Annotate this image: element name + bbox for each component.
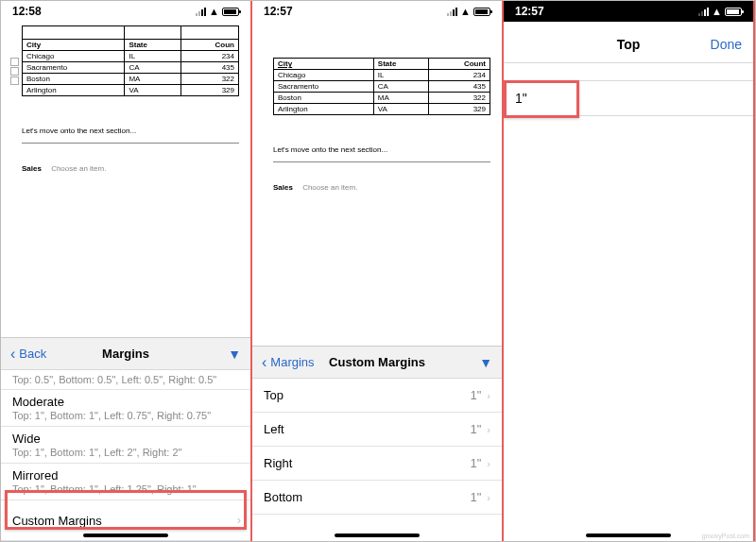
divider [273, 161, 490, 162]
margin-left-row[interactable]: Left 1"› [252, 413, 502, 447]
margin-option-wide[interactable]: Wide Top: 1", Bottom: 1", Left: 2", Righ… [1, 427, 250, 464]
phone-screen-2: 12:57 ▲ City State Count ChicagoIL234 Sa… [252, 1, 504, 541]
home-indicator[interactable] [83, 534, 168, 537]
col-city: City [274, 59, 374, 70]
col-state: State [125, 40, 180, 51]
clock: 12:57 [264, 5, 293, 18]
status-indicators: ▲ [698, 6, 742, 17]
col-count: Count [428, 59, 490, 70]
sales-field[interactable]: Sales Choose an item. [273, 183, 490, 192]
done-button[interactable]: Done [711, 37, 742, 52]
table-row: ChicagoIL234 [274, 70, 490, 81]
chevron-right-icon: › [487, 458, 490, 469]
table-row: SacramentoCA435 [23, 62, 239, 74]
wifi-icon: ▲ [712, 6, 722, 17]
sales-placeholder: Choose an item. [302, 183, 357, 192]
section-text: Let's move onto the next section... [22, 127, 239, 135]
margin-bottom-row[interactable]: Bottom 1"› [252, 481, 502, 515]
custom-margins-sheet: ‹ Margins Custom Margins ▼ Top 1"› Left … [252, 346, 502, 541]
back-label: Margins [270, 355, 314, 369]
table-row: ArlingtonVA329 [23, 85, 239, 96]
sales-label: Sales [273, 183, 293, 192]
table-row: ArlingtonVA329 [274, 104, 490, 115]
city-table: City State Count ChicagoIL234 Sacramento… [273, 58, 490, 115]
margin-value: 1" [515, 91, 527, 106]
status-indicators: ▲ [196, 6, 239, 17]
margin-option-mirrored[interactable]: Mirrored Top: 1", Bottom: 1", Left: 1.25… [1, 464, 250, 500]
home-indicator[interactable] [335, 534, 420, 537]
sales-field[interactable]: Sales Choose an item. [22, 164, 239, 173]
section-text: Let's move onto the next section... [273, 145, 490, 154]
sales-label: Sales [22, 164, 42, 173]
collapse-button[interactable]: ▼ [228, 347, 241, 362]
col-count: Coun [180, 40, 238, 51]
home-indicator[interactable] [586, 534, 671, 537]
document-preview[interactable]: City State Count ChicagoIL234 Sacramento… [252, 22, 502, 199]
city-table: City State Coun ChicagoIL234 SacramentoC… [22, 25, 239, 96]
table-row: BostonMA322 [274, 93, 490, 104]
wifi-icon: ▲ [209, 6, 219, 17]
editor-header: Top Done [504, 25, 753, 63]
chevron-right-icon: › [487, 424, 490, 435]
sheet-header: ‹ Back Margins ▼ [1, 338, 250, 370]
back-label: Back [19, 347, 46, 361]
watermark: groovyPost.com [702, 533, 749, 539]
sheet-header: ‹ Margins Custom Margins ▼ [252, 347, 502, 379]
margin-top-row[interactable]: Top 1"› [252, 379, 502, 413]
chevron-right-icon: › [487, 492, 490, 503]
battery-icon [725, 8, 742, 16]
margin-right-row[interactable]: Right 1"› [252, 447, 502, 481]
cellular-icon [196, 8, 206, 16]
status-indicators: ▲ [447, 6, 490, 17]
table-row: ChicagoIL234 [23, 51, 239, 62]
battery-icon [222, 8, 239, 16]
screenshot-triptych: 12:58 ▲ City State Coun ChicagoIL2 [0, 0, 756, 542]
cellular-icon [447, 8, 457, 16]
col-state: State [373, 59, 428, 70]
collapse-button[interactable]: ▼ [479, 355, 492, 370]
chevron-right-icon: › [487, 390, 490, 401]
battery-icon [473, 8, 490, 16]
chevron-left-icon: ‹ [262, 355, 266, 370]
status-bar: 12:57 ▲ [504, 1, 753, 22]
status-bar: 12:58 ▲ [1, 1, 250, 22]
table-row: BostonMA322 [23, 74, 239, 85]
margin-option-narrow-truncated[interactable]: Top: 0.5", Bottom: 0.5", Left: 0.5", Rig… [1, 370, 250, 390]
clock: 12:57 [515, 5, 544, 18]
status-bar: 12:57 ▲ [252, 1, 502, 22]
back-button[interactable]: ‹ Margins [262, 355, 315, 370]
table-row: SacramentoCA435 [274, 81, 490, 93]
col-city: City [23, 40, 125, 51]
cellular-icon [698, 8, 709, 16]
chevron-left-icon: ‹ [10, 347, 15, 362]
track-changes-markers [10, 58, 19, 85]
phone-screen-1: 12:58 ▲ City State Coun ChicagoIL2 [1, 1, 252, 541]
phone-screen-3: 12:57 ▲ Top Done 1" [504, 1, 755, 541]
back-button[interactable]: ‹ Back [10, 347, 46, 362]
margin-value-input[interactable]: 1" [504, 80, 753, 116]
document-preview[interactable]: City State Coun ChicagoIL234 SacramentoC… [1, 22, 250, 180]
clock: 12:58 [12, 5, 42, 18]
wifi-icon: ▲ [460, 6, 471, 17]
sales-placeholder: Choose an item. [51, 164, 106, 173]
margins-sheet: ‹ Back Margins ▼ Top: 0.5", Bottom: 0.5"… [1, 337, 250, 541]
divider [22, 143, 239, 144]
chevron-right-icon: › [237, 514, 241, 527]
margin-option-moderate[interactable]: Moderate Top: 1", Bottom: 1", Left: 0.75… [1, 390, 250, 427]
